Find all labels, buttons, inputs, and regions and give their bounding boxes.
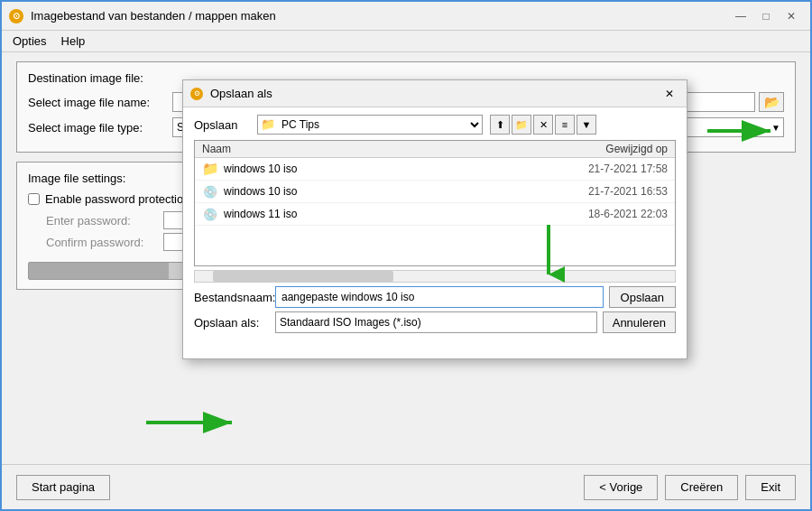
- file-date-2: 21-7-2021 16:53: [532, 185, 668, 198]
- folder-icon-row1: 📁: [202, 161, 218, 177]
- app-icon: ⊙: [9, 9, 23, 23]
- password-protection-label: Enable password protection: [45, 192, 189, 206]
- arrow-left-indicator: [142, 404, 241, 443]
- toolbar-btn-5[interactable]: ▼: [577, 115, 596, 135]
- dialog-location-row: Opslaan PC Tips 📁 ⬆ 📁 ✕ ≡ ▼: [194, 115, 676, 135]
- iso-icon-row3: 💿: [202, 206, 218, 222]
- filename-row: Bestandsnaam: Opslaan: [194, 286, 676, 308]
- arrow-down-indicator: [532, 220, 565, 286]
- menu-help[interactable]: Help: [54, 33, 93, 50]
- dialog-app-icon: ⊙: [190, 88, 203, 100]
- dialog-opslaan-label: Opslaan: [194, 118, 257, 132]
- file-row[interactable]: 💿 windows 11 iso 18-6-2021 22:03: [195, 203, 675, 226]
- file-row[interactable]: 📁 windows 10 iso 21-7-2021 17:58: [195, 158, 675, 181]
- iso-icon-row2: 💿: [202, 183, 218, 200]
- bottom-right-buttons: < Vorige Creëren Exit: [584, 475, 796, 500]
- folder-icon: 📁: [261, 117, 275, 131]
- dialog-toolbar: ⬆ 📁 ✕ ≡ ▼: [490, 115, 596, 135]
- toolbar-btn-2[interactable]: 📁: [512, 115, 531, 135]
- select-type-label: Select image file type:: [28, 121, 172, 135]
- select-file-label: Select image file name:: [28, 96, 172, 109]
- file-name-3: windows 11 iso: [224, 208, 532, 220]
- menu-opties[interactable]: Opties: [5, 33, 54, 50]
- horizontal-scrollbar[interactable]: [194, 270, 676, 283]
- folder-open-icon: 📂: [764, 95, 780, 109]
- file-name-2: windows 10 iso: [224, 185, 532, 198]
- col-name-header: Naam: [202, 143, 532, 155]
- vorige-button[interactable]: < Vorige: [584, 475, 658, 500]
- dialog-title-bar: ⊙ Opslaan als ✕: [183, 80, 687, 107]
- file-date-1: 21-7-2021 17:58: [532, 163, 668, 175]
- file-row[interactable]: 💿 windows 10 iso 21-7-2021 16:53: [195, 181, 675, 203]
- toolbar-btn-4[interactable]: ≡: [555, 115, 575, 135]
- browse-button[interactable]: 📂: [759, 92, 784, 112]
- confirm-password-label: Confirm password:: [46, 236, 163, 249]
- dialog-body: Opslaan PC Tips 📁 ⬆ 📁 ✕ ≡ ▼: [183, 107, 687, 340]
- toolbar-btn-1[interactable]: ⬆: [490, 115, 510, 135]
- arrow-right-indicator: [703, 115, 784, 150]
- filetype-select-wrapper: Standaard ISO Images (*.iso): [275, 311, 597, 333]
- location-select-wrapper: PC Tips 📁: [257, 115, 483, 135]
- filetype-row: Opslaan als: Standaard ISO Images (*.iso…: [194, 311, 676, 333]
- menu-bar: Opties Help: [2, 31, 810, 52]
- location-select[interactable]: PC Tips: [257, 115, 483, 135]
- col-date-header: Gewijzigd op: [532, 143, 668, 155]
- filetype-select[interactable]: Standaard ISO Images (*.iso): [275, 311, 597, 333]
- save-dialog: ⊙ Opslaan als ✕ Opslaan PC Tips 📁 ⬆: [182, 79, 687, 359]
- main-window: ⊙ Imagebestand van bestanden / mappen ma…: [0, 0, 812, 511]
- toolbar-btn-3[interactable]: ✕: [533, 115, 553, 135]
- close-button[interactable]: ✕: [780, 7, 803, 25]
- filetype-label: Opslaan als:: [194, 316, 275, 330]
- filename-label: Bestandsnaam:: [194, 291, 275, 304]
- annuleren-button[interactable]: Annuleren: [603, 311, 676, 333]
- minimize-button[interactable]: —: [729, 7, 752, 25]
- exit-button[interactable]: Exit: [745, 475, 796, 500]
- file-name-1: windows 10 iso: [224, 163, 532, 175]
- creeren-button[interactable]: Creëren: [665, 475, 738, 500]
- scrollbar-thumb: [213, 271, 393, 282]
- window-controls: — □ ✕: [729, 7, 803, 25]
- title-bar: ⊙ Imagebestand van bestanden / mappen ma…: [2, 2, 810, 31]
- maximize-button[interactable]: □: [754, 7, 778, 25]
- file-date-3: 18-6-2021 22:03: [532, 208, 668, 220]
- window-title: Imagebestand van bestanden / mappen make…: [31, 9, 729, 23]
- file-list-header: Naam Gewijzigd op: [195, 141, 675, 158]
- bottom-bar: Start pagina < Vorige Creëren Exit: [2, 464, 810, 509]
- enter-password-label: Enter password:: [46, 214, 163, 228]
- password-checkbox[interactable]: [28, 193, 40, 205]
- start-pagina-button[interactable]: Start pagina: [16, 475, 110, 500]
- dialog-title: Opslaan als: [210, 87, 660, 100]
- main-content: Destination image file: Select image fil…: [2, 52, 810, 464]
- dialog-close-button[interactable]: ✕: [660, 85, 679, 103]
- file-list: Naam Gewijzigd op 📁 windows 10 iso 21-7-…: [194, 140, 676, 266]
- opslaan-button[interactable]: Opslaan: [609, 286, 676, 308]
- filename-input[interactable]: [275, 286, 604, 308]
